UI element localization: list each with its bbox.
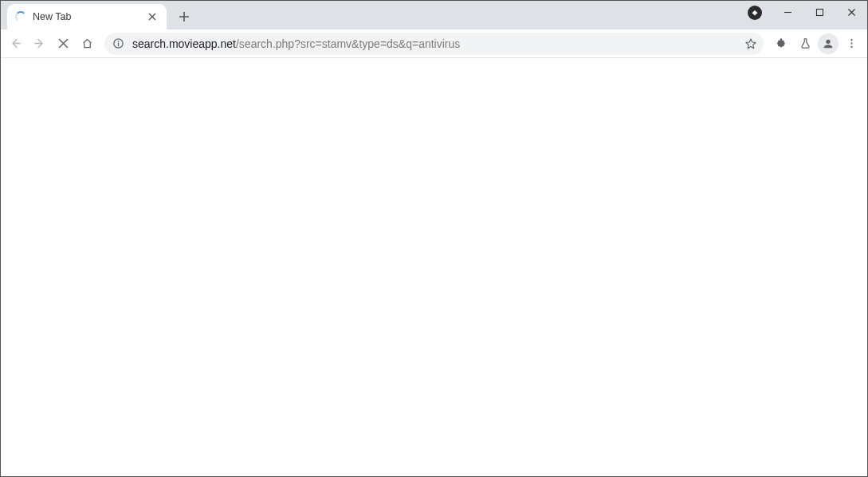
info-icon (112, 37, 124, 49)
page-viewport (1, 58, 867, 477)
home-button[interactable] (76, 33, 98, 55)
star-icon (744, 37, 757, 50)
svg-point-3 (826, 39, 830, 43)
labs-button[interactable] (794, 33, 816, 55)
site-info-button[interactable] (112, 37, 124, 49)
puzzle-icon (776, 37, 787, 49)
toolbar: search.movieapp.net/search.php?src=stamv… (1, 29, 867, 58)
url-host: search.movieapp.net (132, 37, 236, 50)
arrow-right-icon (33, 37, 46, 50)
close-icon (57, 37, 70, 50)
extension-badge[interactable] (748, 6, 762, 20)
maximize-icon (815, 8, 824, 17)
close-icon (148, 13, 156, 21)
home-icon (81, 37, 93, 49)
kebab-icon (846, 37, 858, 49)
plus-icon (179, 11, 190, 22)
stop-button[interactable] (52, 33, 74, 55)
arrow-left-icon (9, 37, 22, 50)
svg-rect-0 (816, 9, 823, 15)
address-bar[interactable]: search.movieapp.net/search.php?src=stamv… (104, 33, 764, 55)
forward-button[interactable] (28, 33, 50, 55)
new-tab-button[interactable] (173, 6, 195, 28)
person-icon (822, 37, 835, 50)
tab-title: New Tab (33, 11, 146, 22)
browser-tab[interactable]: New Tab (7, 4, 167, 29)
tab-strip: New Tab (1, 1, 867, 29)
window-close-button[interactable] (835, 1, 867, 23)
window-controls (772, 1, 867, 23)
minimize-icon (784, 8, 792, 17)
svg-point-5 (850, 42, 852, 44)
svg-point-6 (850, 46, 852, 48)
shield-down-icon (751, 9, 759, 17)
back-button[interactable] (4, 33, 26, 55)
loading-spinner-icon (15, 11, 26, 22)
svg-point-4 (850, 39, 852, 41)
url-text[interactable]: search.movieapp.net/search.php?src=stamv… (132, 37, 738, 50)
close-icon (847, 8, 856, 17)
profile-button[interactable] (818, 33, 839, 54)
close-tab-button[interactable] (146, 10, 159, 23)
bookmark-button[interactable] (744, 37, 757, 50)
minimize-button[interactable] (772, 1, 803, 23)
url-path: /search.php?src=stamv&type=ds&q=antiviru… (236, 37, 460, 50)
svg-point-2 (118, 41, 120, 42)
maximize-button[interactable] (803, 1, 835, 23)
extensions-button[interactable] (770, 33, 792, 55)
flask-icon (799, 37, 811, 49)
menu-button[interactable] (840, 33, 862, 55)
